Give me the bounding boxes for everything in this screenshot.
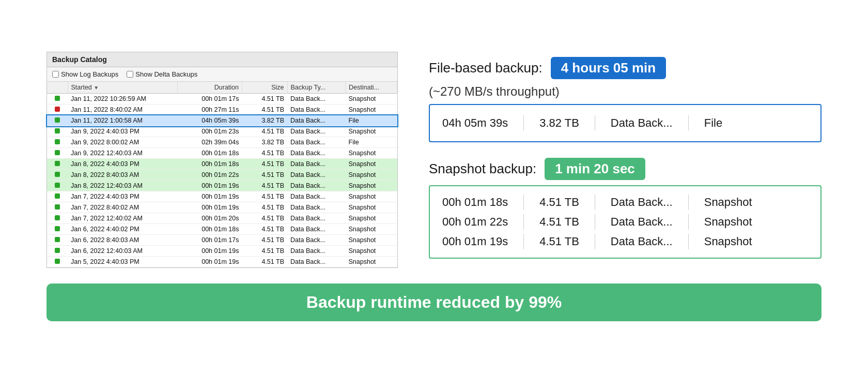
snap-size-0: 4.51 TB: [539, 196, 579, 209]
status-cell: [47, 170, 68, 181]
status-cell: [47, 94, 68, 105]
table-row[interactable]: Jan 6, 2022 12:40:03 AM 00h 01m 19s 4.51…: [47, 246, 397, 257]
table-row[interactable]: Jan 7, 2022 12:40:02 AM 00h 01m 20s 4.51…: [47, 213, 397, 224]
table-row[interactable]: Jan 9, 2022 4:40:03 PM 00h 01m 23s 4.51 …: [47, 126, 397, 137]
started-cell: Jan 6, 2022 12:40:03 AM: [68, 246, 178, 257]
snapshot-detail-box: 00h 01m 18s 4.51 TB Data Back... Snapsho…: [429, 185, 822, 259]
status-dot: [55, 226, 60, 231]
size-cell: 4.51 TB: [242, 126, 288, 137]
status-cell: [47, 159, 68, 170]
duration-cell: 00h 01m 19s: [178, 257, 242, 267]
started-cell: Jan 9, 2022 4:40:03 PM: [68, 126, 178, 137]
status-cell: [47, 246, 68, 257]
status-dot: [55, 150, 60, 155]
table-row[interactable]: Jan 5, 2022 4:40:03 PM 00h 01m 19s 4.51 …: [47, 257, 397, 267]
size-cell: 4.51 TB: [242, 202, 288, 213]
snap-size-1: 4.51 TB: [539, 215, 579, 229]
checkbox-log-label[interactable]: Show Log Backups: [52, 70, 118, 78]
table-row[interactable]: Jan 11, 2022 1:00:58 AM 04h 05m 39s 3.82…: [47, 115, 397, 126]
duration-cell: 00h 01m 18s: [178, 148, 242, 159]
type-cell: Data Back...: [287, 105, 346, 115]
duration-cell: 00h 27m 11s: [178, 105, 242, 115]
throughput-text: (~270 MB/s throughput): [429, 84, 822, 99]
checkbox-delta[interactable]: [127, 71, 133, 78]
snap-sep2-0: [595, 195, 595, 210]
type-cell: Data Back...: [287, 224, 346, 235]
file-detail-box: 04h 05m 39s 3.82 TB Data Back... File: [429, 104, 822, 142]
table-row[interactable]: Jan 8, 2022 4:40:03 PM 00h 01m 18s 4.51 …: [47, 159, 397, 170]
col-header-started[interactable]: Started ▼: [68, 82, 178, 94]
type-cell: Data Back...: [287, 94, 346, 105]
table-row[interactable]: Jan 6, 2022 4:40:02 PM 00h 01m 18s 4.51 …: [47, 224, 397, 235]
snapshot-detail-row: 00h 01m 22s 4.51 TB Data Back... Snapsho…: [442, 214, 808, 230]
file-backup-label: File-based backup:: [429, 60, 542, 76]
table-row[interactable]: Jan 9, 2022 8:00:02 AM 02h 39m 04s 3.82 …: [47, 137, 397, 148]
size-cell: 4.51 TB: [242, 191, 288, 202]
table-row[interactable]: Jan 7, 2022 8:40:02 AM 00h 01m 19s 4.51 …: [47, 202, 397, 213]
snap-sep3-0: [688, 195, 689, 210]
col-header-type[interactable]: Backup Ty...: [287, 82, 346, 94]
status-dot: [55, 161, 60, 166]
col-header-dest[interactable]: Destinati...: [346, 82, 397, 94]
dest-cell: Snapshot: [346, 148, 397, 159]
table-row[interactable]: Jan 6, 2022 8:40:03 AM 00h 01m 17s 4.51 …: [47, 235, 397, 246]
checkbox-log[interactable]: [52, 71, 59, 78]
table-row[interactable]: Jan 7, 2022 4:40:03 PM 00h 01m 19s 4.51 …: [47, 191, 397, 202]
status-cell: [47, 202, 68, 213]
status-cell: [47, 224, 68, 235]
col-header-status: [47, 82, 68, 94]
dest-cell: Snapshot: [346, 202, 397, 213]
table-row[interactable]: Jan 8, 2022 8:40:03 AM 00h 01m 22s 4.51 …: [47, 170, 397, 181]
size-cell: 4.51 TB: [242, 224, 288, 235]
status-cell: [47, 105, 68, 115]
separator-2: [595, 115, 595, 131]
snap-duration-0: 00h 01m 18s: [442, 196, 508, 209]
file-detail-dest: File: [704, 116, 722, 130]
snapshot-backup-label: Snapshot backup:: [429, 161, 536, 177]
snap-dest-1: Snapshot: [704, 215, 752, 229]
duration-cell: 00h 01m 19s: [178, 246, 242, 257]
snap-type-0: Data Back...: [611, 196, 673, 209]
duration-cell: 00h 01m 23s: [178, 126, 242, 137]
type-cell: Data Back...: [287, 148, 346, 159]
col-header-duration[interactable]: Duration: [178, 82, 242, 94]
started-cell: Jan 9, 2022 12:40:03 AM: [68, 148, 178, 159]
size-cell: 4.51 TB: [242, 105, 288, 115]
dest-cell: Snapshot: [346, 257, 397, 267]
status-dot: [55, 248, 60, 253]
table-row[interactable]: Jan 8, 2022 12:40:03 AM 00h 01m 19s 4.51…: [47, 181, 397, 191]
duration-cell: 00h 01m 17s: [178, 235, 242, 246]
snapshot-detail-row: 00h 01m 18s 4.51 TB Data Back... Snapsho…: [442, 195, 808, 210]
snap-dest-2: Snapshot: [704, 235, 752, 248]
type-cell: Data Back...: [287, 246, 346, 257]
dest-cell: Snapshot: [346, 170, 397, 181]
checkbox-delta-label[interactable]: Show Delta Backups: [127, 70, 197, 78]
duration-cell: 00h 01m 19s: [178, 202, 242, 213]
started-cell: Jan 11, 2022 8:40:02 AM: [68, 105, 178, 115]
status-dot: [55, 204, 60, 210]
table-header-row: Started ▼ Duration Size Backup Ty...: [47, 82, 397, 94]
status-dot: [55, 215, 60, 220]
status-dot: [55, 193, 60, 199]
started-cell: Jan 6, 2022 4:40:02 PM: [68, 224, 178, 235]
table-row[interactable]: Jan 11, 2022 8:40:02 AM 00h 27m 11s 4.51…: [47, 105, 397, 115]
type-cell: Data Back...: [287, 202, 346, 213]
status-dot: [55, 237, 60, 242]
size-cell: 4.51 TB: [242, 148, 288, 159]
snap-sep2-2: [595, 234, 595, 249]
started-cell: Jan 8, 2022 8:40:03 AM: [68, 170, 178, 181]
col-header-size[interactable]: Size: [242, 82, 288, 94]
snap-sep1-2: [523, 234, 524, 249]
size-cell: 4.51 TB: [242, 181, 288, 191]
table-row[interactable]: Jan 11, 2022 10:26:59 AM 00h 01m 17s 4.5…: [47, 94, 397, 105]
started-cell: Jan 11, 2022 1:00:58 AM: [68, 115, 178, 126]
snap-sep1-0: [523, 195, 524, 210]
dest-cell: Snapshot: [346, 94, 397, 105]
type-cell: Data Back...: [287, 235, 346, 246]
snap-sep3-2: [688, 234, 689, 249]
table-row[interactable]: Jan 9, 2022 12:40:03 AM 00h 01m 18s 4.51…: [47, 148, 397, 159]
started-cell: Jan 8, 2022 4:40:03 PM: [68, 159, 178, 170]
size-cell: 3.82 TB: [242, 115, 288, 126]
size-cell: 4.51 TB: [242, 235, 288, 246]
snap-duration-2: 00h 01m 19s: [442, 235, 508, 248]
